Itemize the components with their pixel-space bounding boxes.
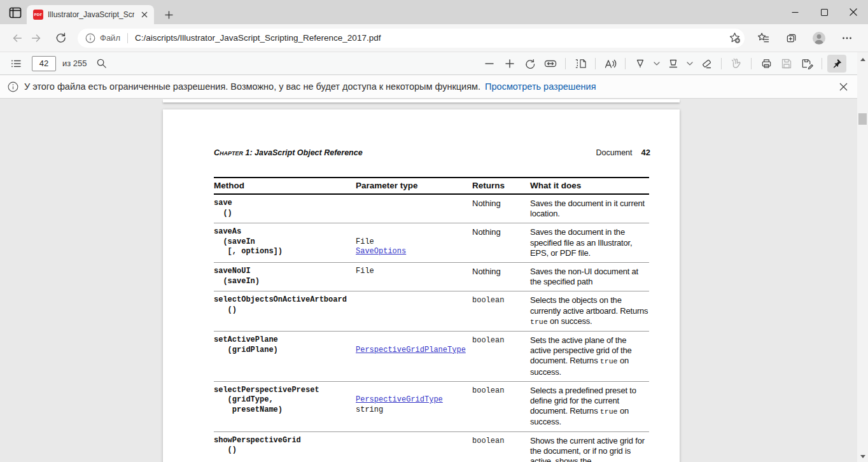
pdf-toolbar-actions — [480, 55, 846, 73]
vertical-scrollbar[interactable] — [857, 52, 868, 462]
tab-title: Illustrator_JavaScript_Scripting_R — [48, 10, 134, 19]
method-cell: selectPerspectivePreset (gridType, prese… — [214, 386, 356, 428]
rotate-icon[interactable] — [521, 55, 540, 73]
fit-to-width-icon[interactable] — [541, 55, 560, 73]
column-header: What it does — [530, 181, 649, 191]
page-number-input[interactable] — [32, 56, 56, 71]
zoom-in-icon[interactable] — [500, 55, 519, 73]
description-cell: Saves the non-UI document at the specifi… — [530, 267, 649, 287]
param-type-link[interactable]: SaveOptions — [356, 247, 406, 256]
save-icon[interactable] — [777, 55, 796, 73]
pdf-page: Chapter 1: JavaScript Object Reference D… — [163, 109, 680, 462]
profile-avatar[interactable] — [809, 29, 829, 48]
method-cell: saveAs (saveIn [, options]) — [214, 227, 356, 258]
toolbar-separator — [565, 58, 566, 69]
table-row: save ()NothingSaves the document in it c… — [214, 195, 649, 223]
settings-menu-icon[interactable] — [837, 29, 857, 48]
returns-cell: boolean — [472, 295, 530, 327]
erase-icon[interactable] — [697, 55, 716, 73]
read-aloud-icon[interactable] — [601, 55, 620, 73]
address-divider — [127, 33, 128, 43]
forward-button[interactable] — [27, 29, 46, 48]
scroll-up-icon[interactable] — [857, 55, 868, 64]
address-bar[interactable]: Файл C:/aiscripts/Illustrator_JavaScript… — [78, 29, 745, 48]
favorites-icon[interactable] — [753, 29, 773, 48]
notification-close-icon[interactable] — [835, 78, 851, 95]
address-url[interactable]: C:/aiscripts/Illustrator_JavaScript_Scri… — [135, 33, 726, 43]
scroll-down-icon[interactable] — [857, 452, 868, 461]
table-of-contents-icon[interactable] — [6, 55, 25, 73]
description-cell: Shows the current active grid for the do… — [530, 436, 649, 462]
method-cell: showPerspectiveGrid () — [214, 436, 356, 462]
table-row: saveNoUI (saveIn)FileNothingSaves the no… — [214, 263, 649, 291]
parameter-type-cell: FileSaveOptions — [356, 227, 472, 258]
close-window-button[interactable] — [839, 0, 868, 24]
method-cell: selectObjectsOnActiveArtboard () — [214, 295, 356, 327]
description-cell: Selects the objects on the currently act… — [530, 295, 649, 327]
maximize-button[interactable] — [809, 0, 839, 24]
refresh-button[interactable] — [51, 29, 70, 48]
pin-toolbar-button[interactable] — [827, 55, 846, 73]
section-label: Document — [596, 148, 633, 157]
page-count-label: из 255 — [62, 59, 87, 68]
description-cell: Sets the active plane of the active pers… — [530, 335, 649, 377]
table-row: showPerspectiveGrid ()booleanShows the c… — [214, 432, 649, 462]
browser-window: PDF Illustrator_JavaScript_Scripting_R — [0, 0, 868, 462]
title-bar: PDF Illustrator_JavaScript_Scripting_R — [0, 0, 868, 24]
parameter-type-cell — [356, 199, 472, 219]
toolbar-separator — [625, 58, 626, 69]
column-header: Parameter type — [356, 181, 472, 191]
view-permissions-link[interactable]: Просмотреть разрешения — [485, 81, 596, 92]
description-cell: Saves the document in it current locatio… — [530, 199, 649, 219]
draw-options-chevron-icon[interactable] — [651, 55, 662, 73]
param-type-link[interactable]: PerspectiveGridPlaneType — [356, 346, 466, 354]
site-info-icon[interactable] — [85, 33, 95, 43]
table-row: setActivePlane (gridPlane) PerspectiveGr… — [214, 332, 649, 382]
notification-bar: У этого файла есть ограниченные разрешен… — [0, 75, 868, 99]
zoom-out-icon[interactable] — [480, 55, 499, 73]
touch-draw-icon[interactable] — [727, 55, 746, 73]
draw-icon[interactable] — [631, 55, 650, 73]
parameter-type-cell — [356, 436, 472, 462]
chapter-title: Chapter 1: JavaScript Object Reference — [214, 148, 363, 157]
pdf-toolbar: из 255 — [0, 52, 868, 75]
search-icon[interactable] — [92, 55, 111, 73]
toolbar-separator — [721, 58, 722, 69]
save-as-icon[interactable] — [797, 55, 816, 73]
tab-actions-menu-icon — [9, 7, 22, 18]
info-icon — [8, 81, 18, 92]
column-header: Returns — [472, 181, 530, 191]
tab-close-button[interactable] — [139, 9, 150, 20]
navigation-bar: Файл C:/aiscripts/Illustrator_JavaScript… — [0, 24, 868, 52]
add-favorite-icon[interactable] — [726, 30, 743, 46]
reference-table: MethodParameter typeReturnsWhat it doess… — [214, 177, 649, 462]
minimize-button[interactable] — [780, 0, 809, 24]
previous-page-edge — [163, 99, 680, 102]
parameter-type-cell: File — [356, 267, 472, 287]
param-type-link[interactable]: PerspectiveGridType — [356, 395, 443, 404]
description-cell: Selects a predefined preset to define gr… — [530, 386, 649, 428]
scrollbar-thumb[interactable] — [858, 113, 867, 125]
new-tab-button[interactable] — [160, 6, 177, 23]
pdf-file-icon: PDF — [33, 10, 43, 20]
highlight-icon[interactable] — [664, 55, 683, 73]
back-button[interactable] — [8, 29, 27, 48]
returns-cell: boolean — [472, 386, 530, 428]
parameter-type-cell: PerspectiveGridTypestring — [356, 386, 472, 428]
returns-cell: boolean — [472, 335, 530, 377]
returns-cell: Nothing — [472, 199, 530, 219]
returns-cell: Nothing — [472, 227, 530, 258]
notification-message: У этого файла есть ограниченные разрешен… — [24, 81, 480, 92]
print-icon[interactable] — [757, 55, 776, 73]
page-view-icon[interactable] — [571, 55, 590, 73]
toolbar-separator — [822, 58, 822, 69]
returns-cell: boolean — [472, 436, 530, 462]
method-cell: saveNoUI (saveIn) — [214, 267, 356, 287]
nav-right-icons — [753, 29, 857, 48]
collections-icon[interactable] — [781, 29, 801, 48]
tab-actions-menu-button[interactable] — [6, 4, 24, 21]
table-row: selectPerspectivePreset (gridType, prese… — [214, 382, 649, 432]
browser-tab[interactable]: PDF Illustrator_JavaScript_Scripting_R — [27, 5, 154, 24]
highlight-options-chevron-icon[interactable] — [684, 55, 696, 73]
table-header-row: MethodParameter typeReturnsWhat it does — [214, 177, 649, 195]
